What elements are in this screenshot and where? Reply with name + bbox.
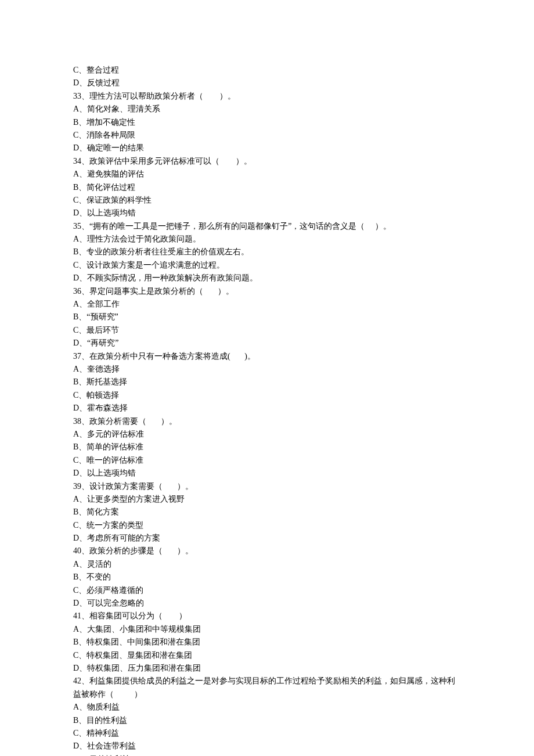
text-line: C、唯一的评估标准 [73, 454, 461, 467]
text-line: A、简化对象、理清关系 [73, 103, 461, 116]
text-line: 34、政策评估中采用多元评估标准可以（ ）。 [73, 155, 461, 168]
text-line: C、设计政策方案是一个追求满意的过程。 [73, 259, 461, 272]
text-line: C、最后环节 [73, 324, 461, 337]
text-line: 38、政策分析需要（ ）。 [73, 415, 461, 428]
text-line: B、目的性利益 [73, 714, 461, 727]
text-line: B、简单的评估标准 [73, 441, 461, 453]
text-line: D、以上选项均错 [73, 207, 461, 219]
text-line: A、让更多类型的方案进入视野 [73, 493, 461, 506]
text-line: B、简化评估过程 [73, 181, 461, 194]
text-line: A、理性方法会过于简化政策问题。 [73, 233, 461, 246]
text-line: D、特权集团、压力集团和潜在集团 [73, 662, 461, 675]
text-line: B、增加不确定性 [73, 116, 461, 129]
text-line: 36、界定问题事实上是政策分析的（ ）。 [73, 285, 461, 298]
text-line: A、灵活的 [73, 558, 461, 571]
text-line: C、帕顿选择 [73, 389, 461, 402]
text-line: 39、设计政策方案需要（ ）。 [73, 480, 461, 493]
text-line: D、霍布森选择 [73, 402, 461, 415]
text-line: B、简化方案 [73, 506, 461, 519]
text-line: B、斯托基选择 [73, 376, 461, 388]
text-line: D、考虑所有可能的方案 [73, 532, 461, 545]
text-line: B、“预研究” [73, 311, 461, 323]
text-line: 35、“拥有的唯一工具是一把锤子，那么所有的问题都像钉子”，这句话的含义是（ ）… [73, 220, 461, 233]
text-line: 40、政策分析的步骤是（ ）。 [73, 545, 461, 557]
text-line: 37、在政策分析中只有一种备选方案将造成( )。 [73, 350, 461, 363]
text-line: A、物质利益 [73, 701, 461, 714]
text-line: C、整合过程 [73, 64, 461, 77]
text-line: C、统一方案的类型 [73, 519, 461, 532]
text-line: C、消除各种局限 [73, 129, 461, 142]
text-line: D、可以完全忽略的 [73, 597, 461, 610]
text-line: B、专业的政策分析者往往受雇主的价值观左右。 [73, 246, 461, 258]
text-line: C、保证政策的科学性 [73, 194, 461, 207]
text-line: C、精神利益 [73, 727, 461, 740]
text-line: 43、目的性利益（ ） [73, 753, 461, 756]
text-line: D、以上选项均错 [73, 467, 461, 480]
text-line: D、社会连带利益 [73, 740, 461, 753]
text-line: B、特权集团、中间集团和潜在集团 [73, 636, 461, 649]
text-line: 33、理性方法可以帮助政策分析者（ ）。 [73, 90, 461, 103]
text-line: D、“再研究” [73, 337, 461, 350]
text-line: D、反馈过程 [73, 77, 461, 89]
text-line: 41、相容集团可以分为（ ） [73, 610, 461, 622]
text-line: A、多元的评估标准 [73, 428, 461, 441]
text-line: A、全部工作 [73, 298, 461, 311]
text-line: A、大集团、小集团和中等规模集团 [73, 623, 461, 636]
text-line: B、不变的 [73, 571, 461, 584]
text-line: A、避免狭隘的评估 [73, 168, 461, 181]
text-line: C、必须严格遵循的 [73, 584, 461, 597]
text-line: D、确定唯一的结果 [73, 142, 461, 154]
text-line: 42、利益集团提供给成员的利益之一是对参与实现目标的工作过程给予奖励相关的利益，… [73, 675, 461, 701]
document-page: C、整合过程D、反馈过程33、理性方法可以帮助政策分析者（ ）。A、简化对象、理… [0, 0, 534, 756]
text-line: D、不顾实际情况，用一种政策解决所有政策问题。 [73, 272, 461, 285]
text-line: C、特权集团、显集团和潜在集团 [73, 649, 461, 662]
text-line: A、奎德选择 [73, 363, 461, 376]
